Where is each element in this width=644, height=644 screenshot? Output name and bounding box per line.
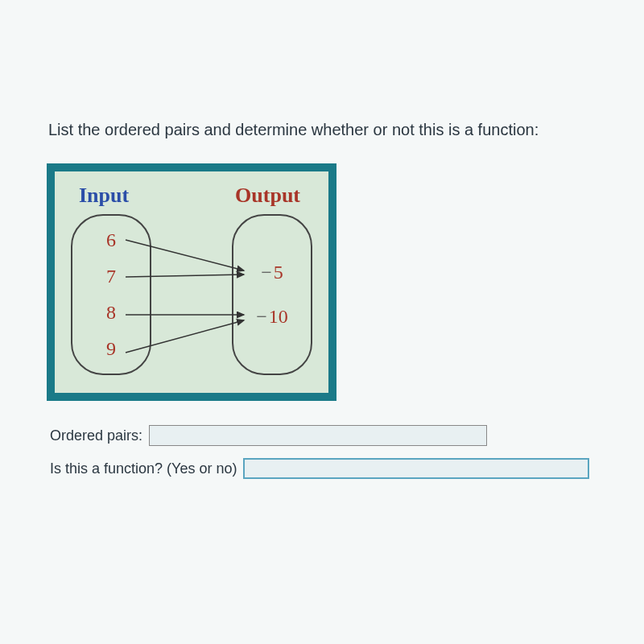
input-value: 9 (106, 338, 116, 360)
instruction-text: List the ordered pairs and determine whe… (48, 121, 612, 139)
output-lozenge: − 5 − 10 (232, 214, 312, 375)
input-value: 7 (106, 266, 116, 287)
output-value: − 10 (256, 306, 288, 328)
ordered-pairs-row: Ordered pairs: (50, 425, 612, 446)
diagram-inner: Input Output 6 7 8 9 − 5 − 10 (55, 171, 328, 393)
lozenges-wrap: 6 7 8 9 − 5 − 10 (71, 214, 312, 375)
output-value: − 5 (261, 262, 283, 283)
negative-sign: − (261, 262, 272, 283)
function-question-row: Is this a function? (Yes or no) (50, 458, 612, 479)
input-lozenge: 6 7 8 9 (71, 214, 151, 375)
output-digit: 5 (274, 262, 283, 283)
output-digit: 10 (269, 306, 288, 328)
function-answer-input[interactable] (243, 458, 589, 479)
output-header: Output (235, 184, 300, 208)
mapping-diagram: Input Output 6 7 8 9 − 5 − 10 (47, 163, 336, 401)
function-question-label: Is this a function? (Yes or no) (50, 460, 237, 477)
input-value: 6 (106, 229, 116, 251)
ordered-pairs-input[interactable] (149, 425, 487, 446)
ordered-pairs-label: Ordered pairs: (50, 427, 142, 444)
negative-sign: − (256, 306, 267, 328)
worksheet-page: List the ordered pairs and determine whe… (0, 0, 644, 644)
input-value: 8 (106, 302, 116, 324)
input-header: Input (79, 184, 129, 208)
diagram-headers: Input Output (71, 184, 312, 208)
